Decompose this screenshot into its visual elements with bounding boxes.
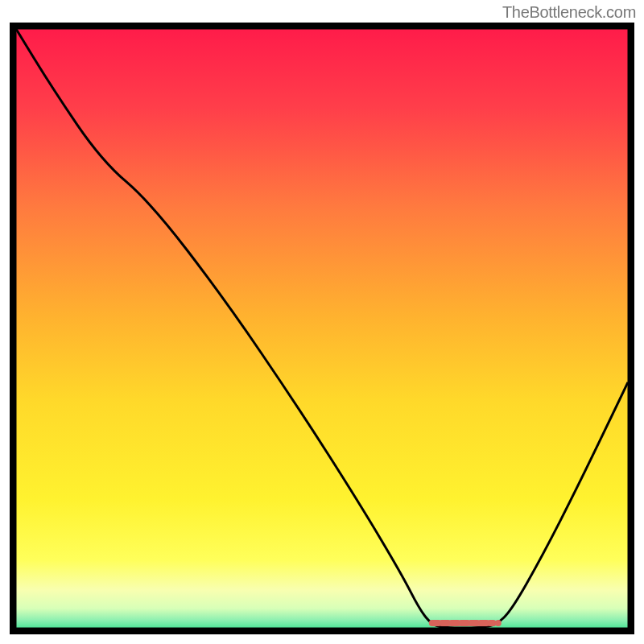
optimal-marker	[432, 620, 502, 626]
gradient-background	[11, 24, 633, 633]
watermark-text: TheBottleneck.com	[502, 3, 636, 22]
chart-container	[10, 23, 634, 634]
svg-point-1	[495, 620, 502, 626]
bottleneck-chart	[10, 23, 634, 634]
